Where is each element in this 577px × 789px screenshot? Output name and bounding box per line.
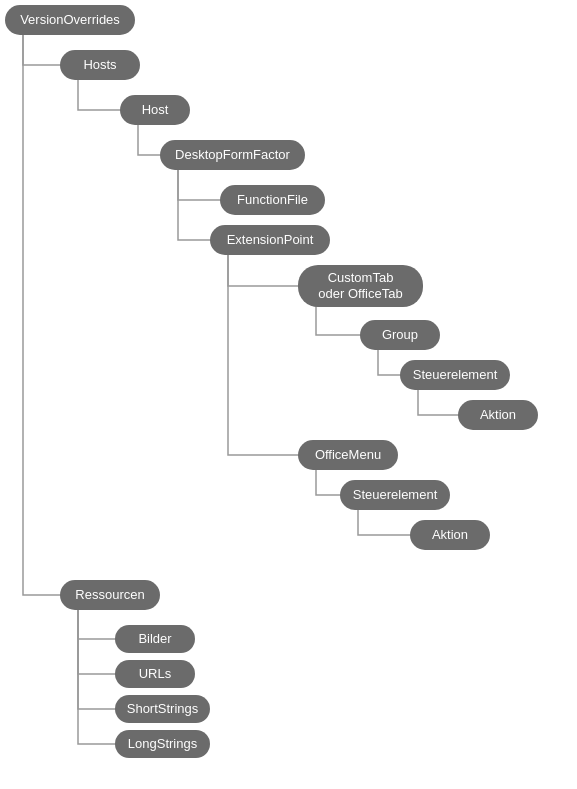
connection-lines	[0, 0, 577, 789]
node-desktopFormFactor: DesktopFormFactor	[160, 140, 305, 170]
node-longStrings: LongStrings	[115, 730, 210, 758]
node-urls: URLs	[115, 660, 195, 688]
node-hosts: Hosts	[60, 50, 140, 80]
node-officeMenu: OfficeMenu	[298, 440, 398, 470]
node-steuerelement1: Steuerelement	[400, 360, 510, 390]
node-ressourcen: Ressourcen	[60, 580, 160, 610]
diagram-container: VersionOverridesHostsHostDesktopFormFact…	[0, 0, 577, 789]
node-extensionPoint: ExtensionPoint	[210, 225, 330, 255]
node-host: Host	[120, 95, 190, 125]
node-customTab: CustomTab oder OfficeTab	[298, 265, 423, 307]
node-versionOverrides: VersionOverrides	[5, 5, 135, 35]
node-group: Group	[360, 320, 440, 350]
node-shortStrings: ShortStrings	[115, 695, 210, 723]
node-steuerelement2: Steuerelement	[340, 480, 450, 510]
node-aktion1: Aktion	[458, 400, 538, 430]
node-bilder: Bilder	[115, 625, 195, 653]
node-aktion2: Aktion	[410, 520, 490, 550]
node-functionFile: FunctionFile	[220, 185, 325, 215]
